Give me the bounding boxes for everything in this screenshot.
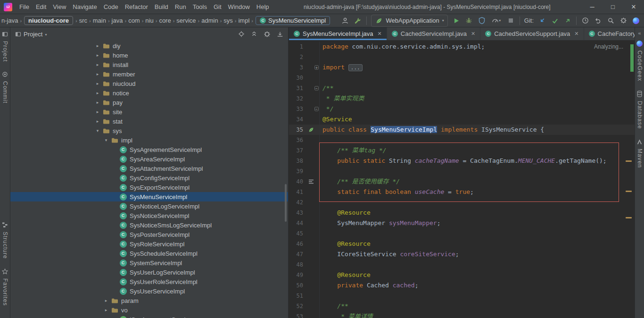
code-line-1[interactable]: 1package com.niu.core.service.admin.sys.… — [289, 42, 635, 52]
line-number[interactable]: 43 — [289, 208, 303, 218]
tree-item-SysNoticeLogServiceImpl[interactable]: CSysNoticeLogServiceImpl — [10, 201, 288, 211]
tree-collapsed-arrow[interactable]: ▸ — [93, 91, 102, 95]
code-line-35[interactable]: 35public class SysMenuServiceImpl implem… — [289, 125, 635, 135]
run-icon[interactable] — [452, 16, 461, 25]
gutter[interactable] — [303, 249, 319, 259]
tree-collapsed-arrow[interactable]: ▸ — [93, 72, 102, 76]
coverage-icon[interactable] — [478, 16, 486, 25]
breadcrumb-main[interactable]: main — [92, 17, 107, 24]
line-number[interactable]: 34 — [289, 114, 303, 125]
line-number[interactable]: 41 — [289, 187, 303, 197]
tree-item-niucloud[interactable]: ▸niucloud — [10, 79, 288, 88]
search-icon[interactable] — [606, 16, 615, 25]
tab-close-icon[interactable]: ✕ — [378, 31, 382, 37]
code-area[interactable]: 1package com.niu.core.service.admin.sys.… — [289, 41, 635, 318]
build-icon[interactable] — [354, 16, 362, 25]
gutter[interactable] — [303, 259, 319, 270]
tool-stripe-database[interactable]: Database — [636, 91, 643, 129]
gutter[interactable] — [303, 52, 319, 62]
breadcrumb-core[interactable]: core — [158, 17, 171, 24]
gutter[interactable] — [303, 176, 319, 187]
tree-expanded-arrow[interactable]: ▾ — [102, 138, 110, 142]
line-number[interactable]: 3 — [289, 62, 303, 73]
line-number[interactable]: 44 — [289, 218, 303, 228]
code-line-43[interactable]: 43 @Resource — [289, 208, 635, 218]
gutter[interactable]: − — [303, 83, 319, 93]
line-number[interactable]: 52 — [289, 301, 303, 311]
tree-item-SysExportServiceImpl[interactable]: CSysExportServiceImpl — [10, 183, 288, 192]
line-number[interactable]: 33 — [289, 104, 303, 114]
line-number[interactable]: 32 — [289, 93, 303, 104]
breadcrumb-admin[interactable]: admin — [201, 17, 218, 24]
code-line-50[interactable]: 50 private Cached cached; — [289, 280, 635, 291]
tab-SysMenuServiceImpl.java[interactable]: CSysMenuServiceImpl.java✕ — [289, 27, 387, 40]
tree-item-SysRoleServiceImpl[interactable]: CSysRoleServiceImpl — [10, 239, 288, 249]
menu-git[interactable]: Git — [210, 0, 225, 14]
tree-item-SysUserRoleServiceImpl[interactable]: CSysUserRoleServiceImpl — [10, 277, 288, 286]
gutter[interactable] — [303, 93, 319, 104]
tree-collapsed-arrow[interactable]: ▸ — [93, 53, 102, 58]
line-number[interactable]: 2 — [289, 52, 303, 62]
breadcrumb-current-file[interactable]: CSysMenuServiceImpl — [256, 16, 330, 25]
tree-item-SysNoticeSmsLogServiceImpl[interactable]: CSysNoticeSmsLogServiceImpl — [10, 220, 288, 230]
gutter[interactable] — [303, 197, 319, 208]
breadcrumb-src[interactable]: src — [79, 17, 88, 24]
code-line-42[interactable]: 42 — [289, 197, 635, 208]
tree-item-SysNoticeServiceImpl[interactable]: CSysNoticeServiceImpl — [10, 211, 288, 220]
code-line-33[interactable]: 33− */ — [289, 104, 635, 114]
tree-item-ISysAgreementService[interactable]: IISysAgreementService — [10, 315, 288, 318]
tree-item-pay[interactable]: ▸pay — [10, 98, 288, 107]
tree-collapsed-arrow[interactable]: ▸ — [102, 308, 110, 312]
menu-run[interactable]: Run — [172, 0, 190, 14]
tree-item-SysAttachmentServiceImpl[interactable]: CSysAttachmentServiceImpl — [10, 164, 288, 173]
tree-collapsed-arrow[interactable]: ▸ — [93, 109, 102, 114]
close-button[interactable]: ✕ — [623, 0, 644, 14]
tree-item-SystemServiceImpl[interactable]: CSystemServiceImpl — [10, 258, 288, 268]
line-number[interactable]: 31 — [289, 83, 303, 93]
fold-collapse-icon[interactable]: − — [314, 86, 319, 91]
gutter-lines-icon[interactable] — [308, 179, 314, 184]
codegeex-icon[interactable] — [632, 16, 640, 25]
tree-item-param[interactable]: ▸param — [10, 296, 288, 305]
gutter[interactable] — [303, 156, 319, 166]
gutter[interactable] — [303, 291, 319, 301]
breadcrumb-java[interactable]: java — [111, 17, 124, 24]
line-number[interactable]: 49 — [289, 270, 303, 280]
settings-icon[interactable] — [264, 31, 271, 38]
gutter[interactable] — [303, 166, 319, 176]
tree-collapsed-arrow[interactable]: ▸ — [93, 43, 102, 48]
hide-icon[interactable] — [277, 31, 283, 37]
locate-icon[interactable] — [238, 31, 245, 37]
line-number[interactable]: 38 — [289, 156, 303, 166]
minimize-button[interactable]: ─ — [582, 0, 603, 14]
breadcrumb-com[interactable]: com — [128, 17, 140, 24]
tree-item-stat[interactable]: ▸stat — [10, 117, 288, 126]
gutter[interactable] — [303, 270, 319, 280]
tree-item-SysUserServiceImpl[interactable]: CSysUserServiceImpl — [10, 286, 288, 296]
rollback-icon[interactable] — [594, 16, 602, 25]
menu-file[interactable]: File — [16, 0, 33, 14]
code-line-51[interactable]: 51 — [289, 291, 635, 301]
code-line-48[interactable]: 48 — [289, 259, 635, 270]
tool-stripe-codegeex[interactable]: CodeGeex — [636, 41, 643, 81]
code-line-2[interactable]: 2 — [289, 52, 635, 62]
gutter[interactable] — [303, 135, 319, 145]
tree-item-member[interactable]: ▸member — [10, 69, 288, 79]
code-line-39[interactable]: 39 — [289, 166, 635, 176]
tree-item-SysScheduleServiceImpl[interactable]: CSysScheduleServiceImpl — [10, 249, 288, 258]
code-line-31[interactable]: 31−/** — [289, 83, 635, 93]
menu-edit[interactable]: Edit — [33, 0, 50, 14]
tab-CachedServiceImpl.java[interactable]: CCachedServiceImpl.java✕ — [387, 27, 480, 40]
tree-collapsed-arrow[interactable]: ▸ — [93, 62, 102, 67]
tree-collapsed-arrow[interactable]: ▸ — [102, 298, 110, 303]
menu-help[interactable]: Help — [253, 0, 272, 14]
menu-view[interactable]: View — [50, 0, 69, 14]
tree-item-home[interactable]: ▸home — [10, 50, 288, 60]
tree-item-install[interactable]: ▸install — [10, 60, 288, 69]
line-number[interactable]: 50 — [289, 280, 303, 291]
line-number[interactable]: 42 — [289, 197, 303, 208]
tree-item-site[interactable]: ▸site — [10, 107, 288, 117]
code-line-34[interactable]: 34@Service — [289, 114, 635, 125]
gutter[interactable] — [303, 301, 319, 311]
code-line-41[interactable]: 41 static final boolean useCache = true; — [289, 187, 635, 197]
